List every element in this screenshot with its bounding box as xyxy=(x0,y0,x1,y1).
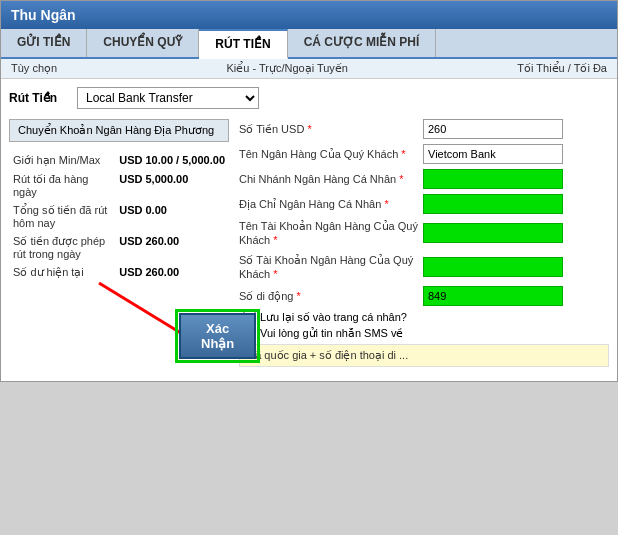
input-chi-nhanh[interactable] xyxy=(423,169,563,189)
info-row-limit: Giới hạn Min/Max USD 10.00 / 5,000.00 xyxy=(11,152,227,169)
right-panel: Số Tiền USD * Tên Ngân Hàng Của Quý Khác… xyxy=(239,119,609,373)
tab-rut-tien[interactable]: RÚT TIỀN xyxy=(199,29,287,59)
rut-tien-label: Rút Tiền xyxy=(9,91,69,105)
form-row-ten-ngan-hang: Tên Ngân Hàng Của Quý Khách * xyxy=(239,144,609,164)
label-chi-nhanh: Chi Nhánh Ngân Hàng Cá Nhân * xyxy=(239,172,419,186)
sub-header-left: Tùy chọn xyxy=(11,62,57,75)
info-label-today-total: Tổng số tiền đã rút hôm nay xyxy=(11,202,115,231)
label-so-di-dong: Số di động * xyxy=(239,289,419,303)
info-label-limit: Giới hạn Min/Max xyxy=(11,152,115,169)
sub-header-middle: Kiểu - Trực/Ngoại Tuyến xyxy=(226,62,348,75)
tab-ca-cuoc[interactable]: CÁ CƯỢC MIỄN PHÍ xyxy=(288,29,437,57)
input-ten-tai-khoan[interactable] xyxy=(423,223,563,243)
form-row-so-tien: Số Tiền USD * xyxy=(239,119,609,139)
info-value-today-total: USD 0.00 xyxy=(117,202,227,231)
info-value-max-daily: USD 5,000.00 xyxy=(117,171,227,200)
info-label-max-daily: Rút tối đa hàng ngày xyxy=(11,171,115,200)
svg-line-0 xyxy=(99,283,189,338)
checkbox-sms-label: Vui lòng gửi tin nhắn SMS về xyxy=(260,327,404,340)
info-row-allowed: Số tiền được phép rút trong ngày USD 260… xyxy=(11,233,227,262)
info-value-allowed: USD 260.00 xyxy=(117,233,227,262)
title-bar: Thu Ngân xyxy=(1,1,617,29)
info-table: Giới hạn Min/Max USD 10.00 / 5,000.00 Rú… xyxy=(9,150,229,283)
form-row-ten-tai-khoan: Tên Tài Khoản Ngân Hàng Của Quý Khách * xyxy=(239,219,609,248)
input-so-tai-khoan[interactable] xyxy=(423,257,563,277)
input-so-tien[interactable] xyxy=(423,119,563,139)
rut-tien-row: Rút Tiền Local Bank Transfer xyxy=(9,87,609,109)
form-row-so-di-dong: Số di động * xyxy=(239,286,609,306)
content-area: Rút Tiền Local Bank Transfer Chuyển Khoả… xyxy=(1,79,617,381)
tab-gui-tien[interactable]: GỬI TIỀN xyxy=(1,29,87,57)
main-window: Thu Ngân GỬI TIỀN CHUYỂN QUỸ RÚT TIỀN CÁ… xyxy=(0,0,618,382)
info-value-limit: USD 10.00 / 5,000.00 xyxy=(117,152,227,169)
bank-type-select[interactable]: Local Bank Transfer xyxy=(78,88,258,108)
label-dia-chi: Địa Chỉ Ngân Hàng Cá Nhân * xyxy=(239,197,419,211)
form-row-chi-nhanh: Chi Nhánh Ngân Hàng Cá Nhân * xyxy=(239,169,609,189)
checkbox-save-label: Lưu lại số vào trang cá nhân? xyxy=(260,311,407,324)
checkbox-row-save: Lưu lại số vào trang cá nhân? xyxy=(243,311,609,324)
input-ten-ngan-hang[interactable] xyxy=(423,144,563,164)
label-ten-ngan-hang: Tên Ngân Hàng Của Quý Khách * xyxy=(239,147,419,161)
info-label-allowed: Số tiền được phép rút trong ngày xyxy=(11,233,115,262)
tab-bar: GỬI TIỀN CHUYỂN QUỸ RÚT TIỀN CÁ CƯỢC MIỄ… xyxy=(1,29,617,59)
label-ten-tai-khoan: Tên Tài Khoản Ngân Hàng Của Quý Khách * xyxy=(239,219,419,248)
sub-header-right: Tối Thiểu / Tối Đa xyxy=(517,62,607,75)
info-row-max-daily: Rút tối đa hàng ngày USD 5,000.00 xyxy=(11,171,227,200)
local-bank-button[interactable]: Chuyển Khoản Ngân Hàng Địa Phương xyxy=(9,119,229,142)
info-row-today-total: Tổng số tiền đã rút hôm nay USD 0.00 xyxy=(11,202,227,231)
bank-type-select-wrapper: Local Bank Transfer xyxy=(77,87,259,109)
sub-header: Tùy chọn Kiểu - Trực/Ngoại Tuyến Tối Thi… xyxy=(1,59,617,79)
window-title: Thu Ngân xyxy=(11,7,76,23)
form-row-so-tai-khoan: Số Tài Khoản Ngân Hàng Của Quý Khách * xyxy=(239,253,609,282)
main-area: Chuyển Khoản Ngân Hàng Địa Phương Giới h… xyxy=(9,119,609,373)
input-dia-chi[interactable] xyxy=(423,194,563,214)
confirm-button[interactable]: Xác Nhận xyxy=(179,313,256,359)
arrow-area: Xác Nhận xyxy=(9,293,229,373)
label-so-tien: Số Tiền USD * xyxy=(239,122,419,136)
input-so-di-dong[interactable] xyxy=(423,286,563,306)
left-panel: Chuyển Khoản Ngân Hàng Địa Phương Giới h… xyxy=(9,119,229,373)
note-text: Mã quốc gia + số điện thoại di ... xyxy=(246,349,408,361)
label-so-tai-khoan: Số Tài Khoản Ngân Hàng Của Quý Khách * xyxy=(239,253,419,282)
note-box: Mã quốc gia + số điện thoại di ... xyxy=(239,344,609,367)
tab-chuyen-quy[interactable]: CHUYỂN QUỸ xyxy=(87,29,199,57)
form-row-dia-chi: Địa Chỉ Ngân Hàng Cá Nhân * xyxy=(239,194,609,214)
checkbox-row-sms: Vui lòng gửi tin nhắn SMS về xyxy=(243,327,609,340)
confirm-button-wrapper: Xác Nhận xyxy=(179,313,256,359)
